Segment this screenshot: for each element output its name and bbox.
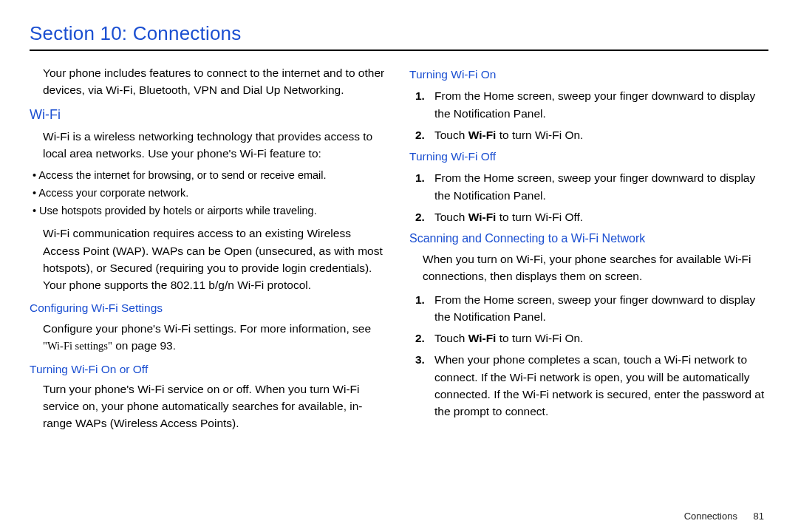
step-item: 1. From the Home screen, sweep your fing… (434, 169, 768, 204)
right-column: Turning Wi-Fi On 1. From the Home screen… (409, 61, 768, 438)
intro-paragraph: Your phone includes features to connect … (30, 64, 389, 99)
heading-onoff: Turning Wi-Fi On or Off (30, 361, 389, 378)
step-bold: Wi-Fi (468, 129, 497, 141)
heading-wifi-off: Turning Wi-Fi Off (409, 148, 768, 165)
step-text: From the Home screen, sweep your finger … (434, 171, 755, 201)
off-steps: 1. From the Home screen, sweep your fing… (409, 169, 768, 225)
step-number: 3. (415, 351, 425, 368)
wifi-wap-paragraph: Wi-Fi communication requires access to a… (30, 225, 389, 293)
step-bold: Wi-Fi (468, 211, 497, 223)
step-item: 3. When your phone completes a scan, tou… (434, 351, 768, 420)
step-pre: Touch (434, 129, 468, 141)
bullet-item: Access the internet for browsing, or to … (33, 168, 389, 184)
bullet-item: Use hotspots provided by hotels or airpo… (33, 203, 389, 219)
step-number: 1. (415, 169, 425, 186)
wifi-bullets: Access the internet for browsing, or to … (30, 168, 389, 219)
on-steps: 1. From the Home screen, sweep your fing… (409, 87, 768, 143)
left-column: Your phone includes features to connect … (30, 61, 389, 438)
step-text: From the Home screen, sweep your finger … (434, 89, 755, 119)
scan-steps: 1. From the Home screen, sweep your fing… (409, 291, 768, 420)
step-item: 1. From the Home screen, sweep your fing… (434, 291, 768, 326)
step-text: Touch Wi-Fi to turn Wi-Fi On. (434, 332, 583, 344)
heading-config: Configuring Wi-Fi Settings (30, 299, 389, 316)
section-title: Section 10: Connections (30, 22, 768, 45)
step-text: Touch Wi-Fi to turn Wi-Fi Off. (434, 211, 583, 223)
config-paragraph: Configure your phone's Wi-Fi settings. F… (30, 320, 389, 355)
step-item: 2. Touch Wi-Fi to turn Wi-Fi On. (434, 126, 768, 143)
title-rule (30, 50, 768, 51)
step-number: 2. (415, 208, 425, 225)
heading-wifi: Wi-Fi (30, 105, 389, 125)
manual-page: Section 10: Connections Your phone inclu… (0, 0, 798, 532)
config-pre: Configure your phone's Wi-Fi settings. F… (43, 322, 371, 335)
config-post: on page 93. (112, 339, 176, 352)
scan-intro: When you turn on Wi-Fi, your phone searc… (409, 250, 768, 285)
step-post: to turn Wi-Fi Off. (496, 211, 583, 223)
footer-section-label: Connections (684, 511, 737, 522)
bullet-item: Access your corporate network. (33, 185, 389, 202)
page-footer: Connections 81 (684, 511, 764, 522)
step-pre: Touch (434, 211, 468, 223)
heading-wifi-on: Turning Wi-Fi On (409, 66, 768, 83)
step-number: 2. (415, 126, 425, 143)
footer-page-number: 81 (754, 511, 764, 522)
content-columns: Your phone includes features to connect … (30, 61, 768, 438)
step-number: 2. (415, 330, 425, 347)
step-number: 1. (415, 87, 425, 104)
heading-scan: Scanning and Connecting to a Wi-Fi Netwo… (409, 230, 768, 248)
wifi-intro: Wi-Fi is a wireless networking technolog… (30, 128, 389, 163)
step-item: 1. From the Home screen, sweep your fing… (434, 87, 768, 122)
step-text: From the Home screen, sweep your finger … (434, 293, 755, 323)
config-quote: "Wi-Fi settings" (43, 340, 112, 352)
onoff-paragraph: Turn your phone's Wi-Fi service on or of… (30, 381, 389, 432)
step-number: 1. (415, 291, 425, 308)
step-text: Touch Wi-Fi to turn Wi-Fi On. (434, 129, 583, 141)
step-post: to turn Wi-Fi On. (496, 129, 583, 141)
step-item: 2. Touch Wi-Fi to turn Wi-Fi Off. (434, 208, 768, 225)
step-item: 2. Touch Wi-Fi to turn Wi-Fi On. (434, 330, 768, 347)
step-pre: Touch (434, 332, 468, 344)
step-bold: Wi-Fi (468, 332, 497, 344)
step-text: When your phone completes a scan, touch … (434, 353, 764, 417)
step-post: to turn Wi-Fi On. (496, 332, 583, 344)
